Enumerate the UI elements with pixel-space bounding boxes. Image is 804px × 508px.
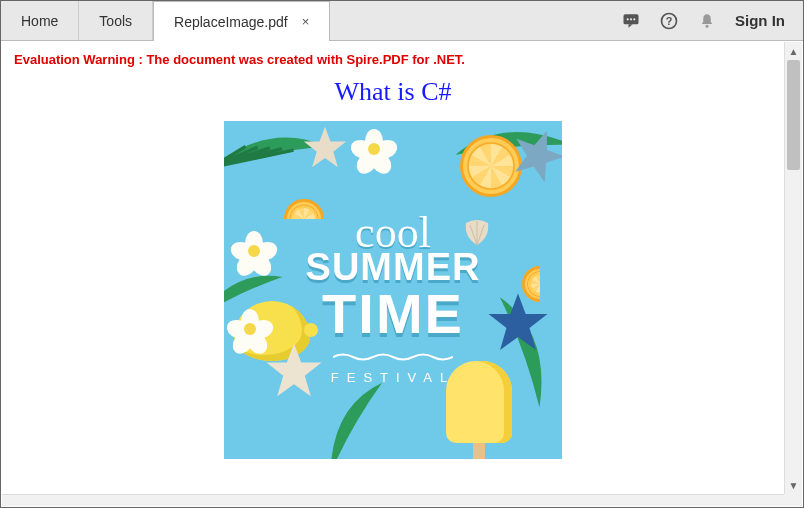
wave-divider-icon xyxy=(333,348,453,366)
comment-icon[interactable] xyxy=(621,11,641,31)
vertical-scrollbar[interactable]: ▲ ▼ xyxy=(784,42,802,494)
help-icon[interactable]: ? xyxy=(659,11,679,31)
tab-label: Tools xyxy=(99,13,132,29)
spacer xyxy=(330,1,603,40)
poster-time: TIME xyxy=(322,289,464,339)
evaluation-warning: Evaluation Warning : The document was cr… xyxy=(14,52,772,67)
poster-cool: cool xyxy=(355,215,431,250)
scroll-corner xyxy=(784,494,802,506)
page-title: What is C# xyxy=(14,77,772,107)
signin-button[interactable]: Sign In xyxy=(735,12,785,29)
scroll-down-icon[interactable]: ▼ xyxy=(785,476,802,494)
tab-tools[interactable]: Tools xyxy=(79,1,153,40)
bell-icon[interactable] xyxy=(697,11,717,31)
document-view: Evaluation Warning : The document was cr… xyxy=(2,42,784,494)
scroll-thumb[interactable] xyxy=(787,60,800,170)
tab-document[interactable]: ReplaceImage.pdf × xyxy=(153,1,330,41)
svg-point-3 xyxy=(633,18,635,20)
image-holder: cool SUMMER TIME FESTIVAL xyxy=(14,121,772,459)
scroll-up-icon[interactable]: ▲ xyxy=(785,42,802,60)
close-icon[interactable]: × xyxy=(302,14,310,29)
svg-text:?: ? xyxy=(666,15,673,27)
svg-point-6 xyxy=(706,24,709,27)
poster-festival: FESTIVAL xyxy=(331,370,455,385)
scroll-track[interactable] xyxy=(787,60,800,476)
poster-text: cool SUMMER TIME FESTIVAL xyxy=(224,121,562,459)
horizontal-scrollbar[interactable] xyxy=(2,494,784,506)
toolbar: Home Tools ReplaceImage.pdf × ? Sign In xyxy=(1,1,803,41)
content-area: Evaluation Warning : The document was cr… xyxy=(2,42,802,506)
tab-label: ReplaceImage.pdf xyxy=(174,14,288,30)
tab-home[interactable]: Home xyxy=(1,1,79,40)
svg-point-1 xyxy=(627,18,629,20)
poster-image: cool SUMMER TIME FESTIVAL xyxy=(224,121,562,459)
tab-label: Home xyxy=(21,13,58,29)
svg-point-2 xyxy=(630,18,632,20)
toolbar-right: ? Sign In xyxy=(603,1,803,40)
